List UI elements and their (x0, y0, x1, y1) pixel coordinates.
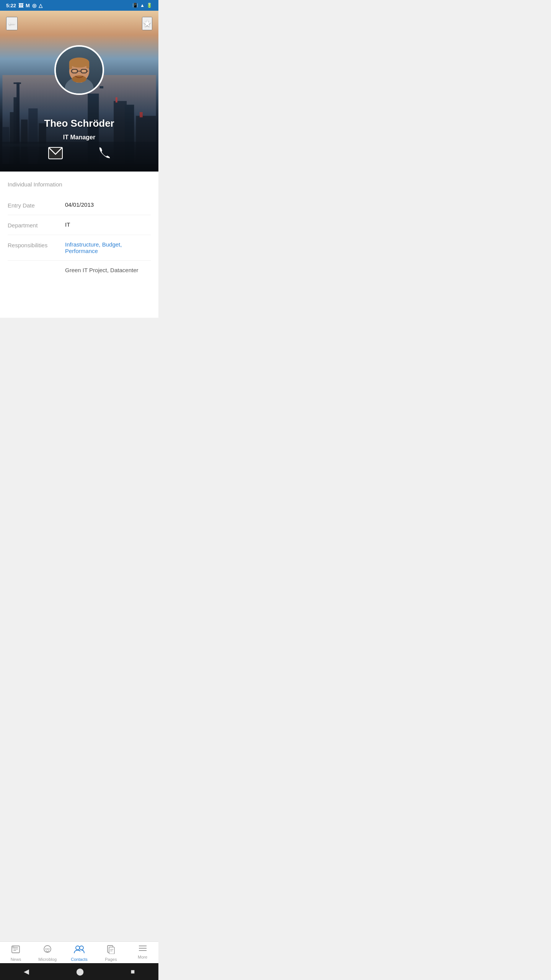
responsibilities-label: Responsibilities (8, 241, 57, 248)
contact-name: Theo Schröder (0, 118, 158, 129)
hero-section: ← ★ (0, 11, 158, 172)
avatar-image (56, 47, 103, 93)
gallery-icon: 🖼 (18, 3, 23, 8)
svg-point-24 (69, 57, 90, 67)
extra-value: Green IT Project, Datacenter (65, 267, 151, 273)
wifi-icon: ▲ (140, 3, 145, 8)
info-row-entry-date: Entry Date 04/01/2013 (8, 195, 151, 215)
info-section-title: Individual Information (8, 181, 151, 188)
svg-rect-11 (99, 86, 103, 88)
entry-date-value: 04/01/2013 (65, 201, 151, 208)
status-bar-left: 5:22 🖼 M ◎ △ (6, 3, 42, 8)
avatar (54, 45, 104, 95)
vibrate-icon: 📳 (132, 3, 138, 8)
phone-action-button[interactable] (98, 147, 111, 162)
status-bar: 5:22 🖼 M ◎ △ 📳 ▲ 🔋 (0, 0, 158, 11)
hero-action-buttons (0, 147, 158, 162)
svg-rect-26 (86, 62, 90, 68)
department-label: Department (8, 221, 57, 229)
svg-rect-25 (69, 62, 72, 69)
location-icon: ◎ (32, 3, 36, 8)
responsibilities-value[interactable]: Infrastructure, Budget, Performance (65, 241, 151, 254)
entry-date-label: Entry Date (8, 201, 57, 209)
back-button[interactable]: ← (6, 17, 18, 30)
svg-point-34 (82, 70, 85, 73)
svg-rect-5 (13, 82, 21, 84)
email-action-button[interactable] (48, 147, 63, 162)
extra-label (8, 267, 57, 268)
info-row-extra: Green IT Project, Datacenter (8, 261, 151, 279)
info-row-responsibilities: Responsibilities Infrastructure, Budget,… (8, 235, 151, 261)
department-value: IT (65, 221, 151, 228)
info-card: Individual Information Entry Date 04/01/… (0, 172, 158, 318)
contact-title: IT Manager (0, 134, 158, 141)
svg-point-27 (72, 75, 86, 83)
status-time: 5:22 (6, 3, 16, 8)
info-row-department: Department IT (8, 215, 151, 235)
email-icon: M (26, 3, 30, 8)
alert-icon: △ (39, 3, 42, 8)
battery-icon: 🔋 (147, 3, 152, 8)
svg-point-33 (73, 70, 76, 73)
favorite-button[interactable]: ★ (142, 17, 152, 30)
status-bar-right: 📳 ▲ 🔋 (132, 3, 152, 8)
